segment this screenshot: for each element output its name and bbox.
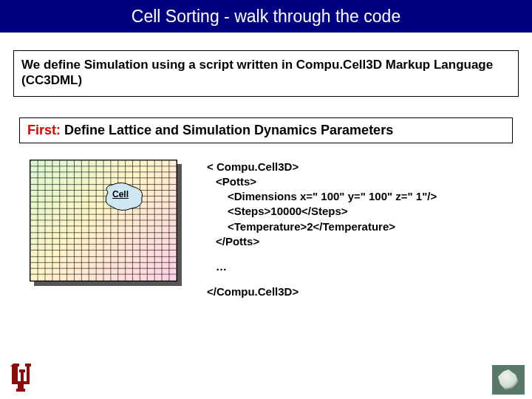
lattice-grid xyxy=(30,160,177,282)
first-prefix: First: xyxy=(27,123,61,137)
first-rest: Define Lattice and Simulation Dynamics P… xyxy=(61,123,393,137)
code-block: < Compu.Cell3D> <Potts> <Dimensions x=" … xyxy=(207,160,437,300)
code-line: </Compu.Cell3D> xyxy=(207,284,437,299)
code-line: … xyxy=(207,259,437,274)
cell-label: Cell xyxy=(112,189,129,200)
content-row: Cell < Compu.Cell3D> <Potts> <Dimensions… xyxy=(30,160,532,300)
first-box: First: Define Lattice and Simulation Dyn… xyxy=(19,117,513,143)
code-line: <Steps>10000</Steps> xyxy=(207,204,437,219)
intro-text: We define Simulation using a script writ… xyxy=(21,58,493,87)
code-line: < Compu.Cell3D> xyxy=(207,160,437,174)
code-line: </Potts> xyxy=(207,234,437,249)
grid-lines-icon xyxy=(30,160,177,281)
iu-logo-icon xyxy=(9,362,35,395)
slide-title-bar: Cell Sorting - walk through the code xyxy=(0,0,532,33)
lattice-figure: Cell xyxy=(30,160,185,289)
intro-box: We define Simulation using a script writ… xyxy=(13,50,519,97)
code-line: <Potts> xyxy=(207,174,437,189)
right-logo-icon xyxy=(492,365,525,395)
code-line: <Temperature>2</Temperature> xyxy=(207,219,437,234)
code-line: <Dimensions x=" 100" y=" 100" z=" 1"/> xyxy=(207,189,437,204)
footer xyxy=(0,364,532,399)
slide-title: Cell Sorting - walk through the code xyxy=(132,7,400,27)
